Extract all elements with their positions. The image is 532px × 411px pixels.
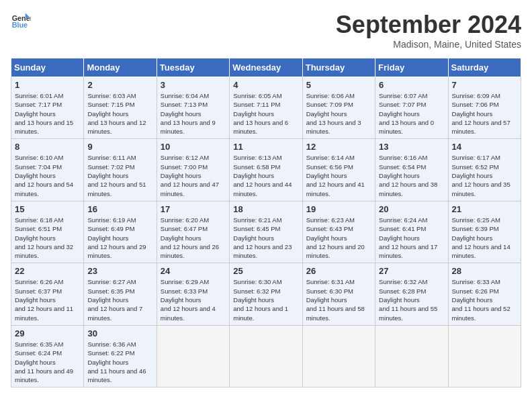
- day-number: 23: [87, 266, 152, 276]
- day-number: 4: [233, 80, 298, 90]
- calendar-week-row: 8 Sunrise: 6:10 AM Sunset: 7:04 PM Dayli…: [11, 139, 521, 201]
- logo: General Blue: [11, 11, 31, 31]
- table-row: 4 Sunrise: 6:05 AM Sunset: 7:11 PM Dayli…: [230, 77, 302, 139]
- table-row: 18 Sunrise: 6:21 AM Sunset: 6:45 PM Dayl…: [230, 201, 302, 263]
- day-number: 18: [233, 204, 298, 214]
- day-number: 24: [161, 266, 226, 276]
- day-info: Sunrise: 6:14 AM Sunset: 6:56 PM Dayligh…: [306, 153, 371, 197]
- day-info: Sunrise: 6:36 AM Sunset: 6:22 PM Dayligh…: [87, 340, 152, 384]
- table-row: 23 Sunrise: 6:27 AM Sunset: 6:35 PM Dayl…: [84, 263, 157, 325]
- day-number: 8: [15, 142, 80, 152]
- table-row: 19 Sunrise: 6:23 AM Sunset: 6:43 PM Dayl…: [302, 201, 375, 263]
- day-number: 22: [15, 266, 80, 276]
- day-number: 10: [161, 142, 226, 152]
- empty-cell: [302, 325, 375, 387]
- col-saturday: Saturday: [448, 58, 521, 77]
- day-info: Sunrise: 6:19 AM Sunset: 6:49 PM Dayligh…: [87, 216, 152, 260]
- month-title: September 2024: [336, 11, 521, 39]
- day-number: 1: [15, 80, 80, 90]
- col-thursday: Thursday: [302, 58, 375, 77]
- table-row: 6 Sunrise: 6:07 AM Sunset: 7:07 PM Dayli…: [375, 77, 448, 139]
- day-number: 5: [306, 80, 371, 90]
- day-info: Sunrise: 6:03 AM Sunset: 7:15 PM Dayligh…: [87, 91, 152, 136]
- day-info: Sunrise: 6:04 AM Sunset: 7:13 PM Dayligh…: [161, 91, 226, 136]
- day-number: 11: [233, 142, 298, 152]
- calendar-table: Sunday Monday Tuesday Wednesday Thursday…: [11, 58, 521, 387]
- table-row: 7 Sunrise: 6:09 AM Sunset: 7:06 PM Dayli…: [448, 77, 521, 139]
- table-row: 14 Sunrise: 6:17 AM Sunset: 6:52 PM Dayl…: [448, 139, 521, 201]
- col-wednesday: Wednesday: [230, 58, 302, 77]
- day-info: Sunrise: 6:01 AM Sunset: 7:17 PM Dayligh…: [15, 91, 80, 136]
- table-row: 22 Sunrise: 6:26 AM Sunset: 6:37 PM Dayl…: [11, 263, 84, 325]
- day-info: Sunrise: 6:09 AM Sunset: 7:06 PM Dayligh…: [452, 91, 517, 136]
- day-number: 3: [161, 80, 226, 90]
- day-info: Sunrise: 6:31 AM Sunset: 6:30 PM Dayligh…: [306, 277, 371, 322]
- table-row: 9 Sunrise: 6:11 AM Sunset: 7:02 PM Dayli…: [84, 139, 157, 201]
- calendar-week-row: 15 Sunrise: 6:18 AM Sunset: 6:51 PM Dayl…: [11, 201, 521, 263]
- table-row: 20 Sunrise: 6:24 AM Sunset: 6:41 PM Dayl…: [375, 201, 448, 263]
- table-row: 5 Sunrise: 6:06 AM Sunset: 7:09 PM Dayli…: [302, 77, 375, 139]
- empty-cell: [157, 325, 229, 387]
- day-number: 20: [379, 204, 444, 214]
- title-area: September 2024 Madison, Maine, United St…: [336, 11, 521, 50]
- day-number: 12: [306, 142, 371, 152]
- day-info: Sunrise: 6:35 AM Sunset: 6:24 PM Dayligh…: [15, 340, 80, 384]
- day-info: Sunrise: 6:18 AM Sunset: 6:51 PM Dayligh…: [15, 216, 80, 260]
- day-number: 26: [306, 266, 371, 276]
- table-row: 30 Sunrise: 6:36 AM Sunset: 6:22 PM Dayl…: [84, 325, 157, 387]
- day-info: Sunrise: 6:33 AM Sunset: 6:26 PM Dayligh…: [452, 277, 517, 322]
- col-friday: Friday: [375, 58, 448, 77]
- col-monday: Monday: [84, 58, 157, 77]
- table-row: 16 Sunrise: 6:19 AM Sunset: 6:49 PM Dayl…: [84, 201, 157, 263]
- col-sunday: Sunday: [11, 58, 84, 77]
- table-row: 28 Sunrise: 6:33 AM Sunset: 6:26 PM Dayl…: [448, 263, 521, 325]
- table-row: 29 Sunrise: 6:35 AM Sunset: 6:24 PM Dayl…: [11, 325, 84, 387]
- table-row: 24 Sunrise: 6:29 AM Sunset: 6:33 PM Dayl…: [157, 263, 229, 325]
- day-number: 30: [87, 328, 152, 338]
- page-header: General Blue September 2024 Madison, Mai…: [11, 11, 521, 50]
- table-row: 15 Sunrise: 6:18 AM Sunset: 6:51 PM Dayl…: [11, 201, 84, 263]
- day-info: Sunrise: 6:29 AM Sunset: 6:33 PM Dayligh…: [161, 277, 226, 322]
- day-number: 17: [161, 204, 226, 214]
- day-number: 29: [15, 328, 80, 338]
- empty-cell: [230, 325, 302, 387]
- day-number: 21: [452, 204, 517, 214]
- table-row: 8 Sunrise: 6:10 AM Sunset: 7:04 PM Dayli…: [11, 139, 84, 201]
- day-info: Sunrise: 6:32 AM Sunset: 6:28 PM Dayligh…: [379, 277, 444, 322]
- day-info: Sunrise: 6:27 AM Sunset: 6:35 PM Dayligh…: [87, 277, 152, 322]
- day-number: 19: [306, 204, 371, 214]
- table-row: 13 Sunrise: 6:16 AM Sunset: 6:54 PM Dayl…: [375, 139, 448, 201]
- day-number: 27: [379, 266, 444, 276]
- day-number: 7: [452, 80, 517, 90]
- day-number: 9: [87, 142, 152, 152]
- day-number: 15: [15, 204, 80, 214]
- calendar-week-row: 29 Sunrise: 6:35 AM Sunset: 6:24 PM Dayl…: [11, 325, 521, 387]
- day-info: Sunrise: 6:25 AM Sunset: 6:39 PM Dayligh…: [452, 216, 517, 260]
- day-info: Sunrise: 6:17 AM Sunset: 6:52 PM Dayligh…: [452, 153, 517, 197]
- day-info: Sunrise: 6:06 AM Sunset: 7:09 PM Dayligh…: [306, 91, 371, 136]
- day-number: 13: [379, 142, 444, 152]
- svg-text:Blue: Blue: [12, 21, 28, 29]
- logo-icon: General Blue: [11, 11, 31, 31]
- day-info: Sunrise: 6:13 AM Sunset: 6:58 PM Dayligh…: [233, 153, 298, 197]
- table-row: 26 Sunrise: 6:31 AM Sunset: 6:30 PM Dayl…: [302, 263, 375, 325]
- empty-cell: [375, 325, 448, 387]
- day-info: Sunrise: 6:05 AM Sunset: 7:11 PM Dayligh…: [233, 91, 298, 136]
- location: Madison, Maine, United States: [336, 39, 521, 50]
- table-row: 10 Sunrise: 6:12 AM Sunset: 7:00 PM Dayl…: [157, 139, 229, 201]
- table-row: 11 Sunrise: 6:13 AM Sunset: 6:58 PM Dayl…: [230, 139, 302, 201]
- day-number: 2: [87, 80, 152, 90]
- empty-cell: [448, 325, 521, 387]
- day-info: Sunrise: 6:24 AM Sunset: 6:41 PM Dayligh…: [379, 216, 444, 260]
- day-info: Sunrise: 6:20 AM Sunset: 6:47 PM Dayligh…: [161, 216, 226, 260]
- day-info: Sunrise: 6:16 AM Sunset: 6:54 PM Dayligh…: [379, 153, 444, 197]
- header-row: Sunday Monday Tuesday Wednesday Thursday…: [11, 58, 521, 77]
- col-tuesday: Tuesday: [157, 58, 229, 77]
- table-row: 2 Sunrise: 6:03 AM Sunset: 7:15 PM Dayli…: [84, 77, 157, 139]
- table-row: 1 Sunrise: 6:01 AM Sunset: 7:17 PM Dayli…: [11, 77, 84, 139]
- day-number: 14: [452, 142, 517, 152]
- table-row: 21 Sunrise: 6:25 AM Sunset: 6:39 PM Dayl…: [448, 201, 521, 263]
- calendar-week-row: 1 Sunrise: 6:01 AM Sunset: 7:17 PM Dayli…: [11, 77, 521, 139]
- day-number: 6: [379, 80, 444, 90]
- table-row: 27 Sunrise: 6:32 AM Sunset: 6:28 PM Dayl…: [375, 263, 448, 325]
